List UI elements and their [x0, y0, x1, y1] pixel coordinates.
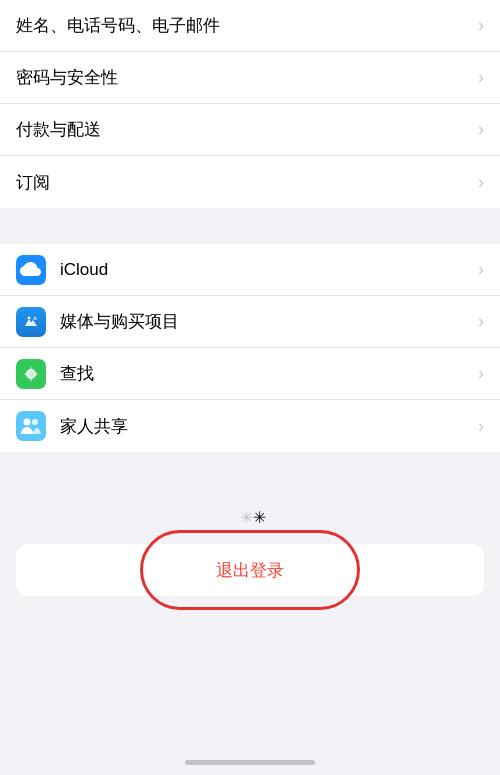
logout-button[interactable]: 退出登录	[16, 544, 484, 596]
bottom-section: ✳ 退出登录	[0, 488, 500, 775]
name-phone-email-item[interactable]: 姓名、电话号码、电子邮件 ›	[0, 0, 500, 52]
name-phone-email-label: 姓名、电话号码、电子邮件	[16, 14, 470, 37]
family-sharing-label: 家人共享	[60, 415, 470, 438]
spinner-area: ✳	[240, 508, 260, 528]
icloud-item[interactable]: iCloud ›	[0, 244, 500, 296]
loading-spinner: ✳	[240, 508, 260, 528]
chevron-icon: ›	[478, 15, 484, 36]
chevron-icon: ›	[478, 363, 484, 384]
family-sharing-item[interactable]: 家人共享 ›	[0, 400, 500, 452]
chevron-icon: ›	[478, 311, 484, 332]
find-item[interactable]: 查找 ›	[0, 348, 500, 400]
password-security-item[interactable]: 密码与安全性 ›	[0, 52, 500, 104]
chevron-icon: ›	[478, 119, 484, 140]
payment-delivery-label: 付款与配送	[16, 118, 470, 141]
family-icon	[16, 411, 46, 441]
logout-wrapper: 退出登录	[0, 544, 500, 596]
account-section: 姓名、电话号码、电子邮件 › 密码与安全性 › 付款与配送 › 订阅 ›	[0, 0, 500, 208]
chevron-icon: ›	[478, 259, 484, 280]
section-divider-2	[0, 452, 500, 488]
chevron-icon: ›	[478, 67, 484, 88]
svg-point-2	[24, 419, 31, 426]
home-indicator	[185, 760, 315, 765]
chevron-icon: ›	[478, 416, 484, 437]
find-label: 查找	[60, 362, 470, 385]
chevron-icon: ›	[478, 172, 484, 193]
media-purchase-item[interactable]: 媒体与购买项目 ›	[0, 296, 500, 348]
icloud-label: iCloud	[60, 260, 470, 280]
password-security-label: 密码与安全性	[16, 66, 470, 89]
appstore-icon	[16, 307, 46, 337]
logout-label: 退出登录	[216, 559, 284, 582]
svg-point-3	[32, 419, 38, 425]
services-section: iCloud › 媒体与购买项目 ›	[0, 244, 500, 452]
settings-page: 姓名、电话号码、电子邮件 › 密码与安全性 › 付款与配送 › 订阅 › iCl…	[0, 0, 500, 775]
subscriptions-item[interactable]: 订阅 ›	[0, 156, 500, 208]
subscriptions-label: 订阅	[16, 171, 470, 194]
bottom-bar	[0, 760, 500, 775]
find-icon	[16, 359, 46, 389]
section-divider-1	[0, 208, 500, 244]
media-purchase-label: 媒体与购买项目	[60, 310, 470, 333]
icloud-icon	[16, 255, 46, 285]
payment-delivery-item[interactable]: 付款与配送 ›	[0, 104, 500, 156]
